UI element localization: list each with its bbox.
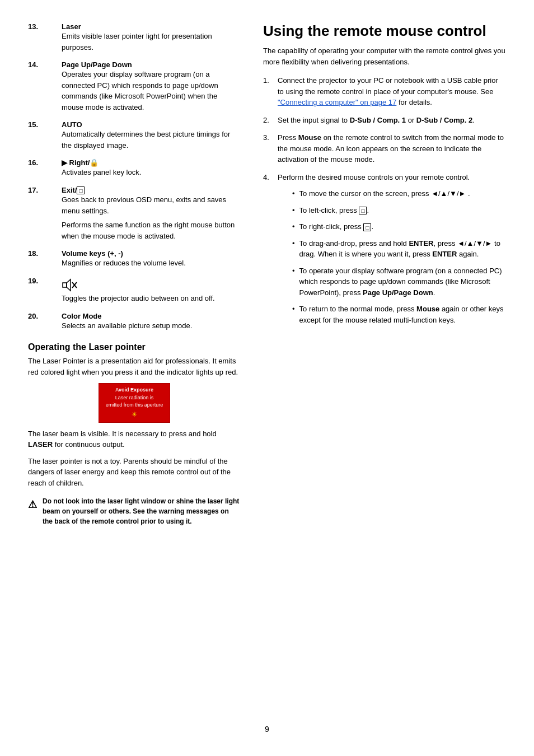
laser-warning-line3: emitted from this aperture	[106, 402, 163, 409]
item-number: 15.	[28, 120, 62, 129]
page: 13. Laser Emits visible laser pointer li…	[0, 0, 534, 756]
page-number: 9	[28, 719, 506, 734]
laser-star-icon: ✳	[132, 410, 137, 418]
item-number: 16.	[28, 158, 62, 167]
list-item: 4. Perform the desired mouse controls on…	[263, 172, 506, 332]
step-text: Perform the desired mouse controls on yo…	[278, 172, 506, 183]
item-number: 18.	[28, 249, 62, 258]
left-column: 13. Laser Emits visible laser pointer li…	[28, 22, 241, 708]
step-number: 2.	[263, 115, 273, 126]
right-click-icon: □	[363, 223, 371, 231]
list-item: 19. Toggles the projec	[28, 277, 241, 304]
item-number: 19.	[28, 277, 62, 285]
laser-body-3: The laser pointer is not a toy. Parents …	[28, 456, 241, 489]
bullet-list: To move the cursor on the screen, press …	[292, 188, 506, 325]
item-desc: Selects an available picture setup mode.	[62, 320, 241, 332]
item-title: Page Up/Page Down	[62, 60, 241, 69]
step-text: Connect the projector to your PC or note…	[278, 75, 506, 108]
item-desc: Magnifies or reduces the volume level.	[62, 258, 241, 269]
item-title: Volume keys (+, -)	[62, 249, 241, 258]
list-item: 3. Press Mouse on the remote control to …	[263, 132, 506, 165]
item-desc: Operates your display software program (…	[62, 69, 241, 113]
list-item: 18. Volume keys (+, -) Magnifies or redu…	[28, 249, 241, 269]
step-number: 3.	[263, 132, 273, 165]
list-item: To left-click, press □.	[292, 205, 506, 216]
list-item: To move the cursor on the screen, press …	[292, 188, 506, 199]
item-desc: Activates panel key lock.	[62, 167, 241, 178]
item-title	[62, 277, 241, 293]
list-item: 16. ▶ Right/🔒 Activates panel key lock.	[28, 158, 241, 178]
list-item: To right-click, press □.	[292, 221, 506, 232]
warning-triangle-icon: ⚠	[28, 497, 37, 512]
bullet-text: To left-click, press □.	[299, 205, 369, 216]
connecting-link[interactable]: "Connecting a computer" on page 17	[278, 98, 396, 106]
list-item: 1. Connect the projector to your PC or n…	[263, 75, 506, 108]
item-desc: Toggles the projector audio between on a…	[62, 293, 241, 304]
step-number: 4.	[263, 172, 273, 332]
bullet-text: To return to the normal mode, press Mous…	[299, 304, 506, 325]
laser-notice: ⚠ Do not look into the laser light windo…	[28, 496, 241, 526]
item-title: ▶ Right/🔒	[62, 158, 241, 167]
item-number: 17.	[28, 186, 62, 194]
item-number: 13.	[28, 22, 62, 31]
right-column: Using the remote mouse control The capab…	[263, 22, 506, 708]
laser-body-2: The laser beam is visible. It is necessa…	[28, 428, 241, 450]
list-item: 2. Set the input signal to D-Sub / Comp.…	[263, 115, 506, 126]
list-item: 14. Page Up/Page Down Operates your disp…	[28, 60, 241, 113]
item-title: Exit/□	[62, 186, 241, 195]
bullet-text: To move the cursor on the screen, press …	[299, 188, 470, 199]
step-number: 1.	[263, 75, 273, 108]
right-section-heading: Using the remote mouse control	[263, 22, 506, 40]
step-text: Set the input signal to D-Sub / Comp. 1 …	[278, 115, 475, 126]
bullet-text: To drag-and-drop, press and hold ENTER, …	[299, 238, 506, 260]
svg-rect-0	[63, 283, 67, 287]
list-item: To return to the normal mode, press Mous…	[292, 304, 506, 325]
item-number: 20.	[28, 312, 62, 320]
list-item: 13. Laser Emits visible laser pointer li…	[28, 22, 241, 53]
list-item: 17. Exit/□ Goes back to previous OSD men…	[28, 186, 241, 242]
laser-warning-container: Avoid Exposure Laser radiation is emitte…	[28, 383, 241, 423]
item-desc-2: Performs the same function as the right …	[62, 220, 241, 241]
item-title: Color Mode	[62, 312, 241, 320]
exit-icon: □	[77, 186, 85, 194]
list-item: To operate your display software program…	[292, 265, 506, 298]
laser-body-1: The Laser Pointer is a presentation aid …	[28, 356, 241, 377]
list-item: 20. Color Mode Selects an available pict…	[28, 312, 241, 332]
bullet-text: To right-click, press □.	[299, 221, 374, 232]
step-text: Press Mouse on the remote control to swi…	[278, 132, 506, 165]
laser-notice-text: Do not look into the laser light window …	[43, 496, 241, 526]
step-content: Perform the desired mouse controls on yo…	[278, 172, 506, 332]
item-desc-1: Goes back to previous OSD menu, exits an…	[62, 194, 241, 216]
main-columns: 13. Laser Emits visible laser pointer li…	[28, 22, 506, 708]
svg-marker-1	[67, 279, 71, 291]
list-item: 15. AUTO Automatically determines the be…	[28, 120, 241, 151]
laser-section-heading: Operating the Laser pointer	[28, 342, 241, 352]
lock-icon: 🔒	[90, 158, 99, 167]
list-item: To drag-and-drop, press and hold ENTER, …	[292, 238, 506, 260]
item-desc: Emits visible laser pointer light for pr…	[62, 31, 241, 53]
bullet-text: To operate your display software program…	[299, 265, 506, 298]
left-click-icon: □	[359, 207, 367, 214]
mute-icon	[62, 277, 77, 292]
steps-list: 1. Connect the projector to your PC or n…	[263, 75, 506, 331]
laser-warning-line2: Laser radiation is	[106, 394, 163, 402]
item-desc: Automatically determines the best pictur…	[62, 129, 241, 151]
item-title: AUTO	[62, 120, 241, 129]
laser-warning-box: Avoid Exposure Laser radiation is emitte…	[99, 383, 171, 423]
laser-warning-line1: Avoid Exposure	[106, 386, 163, 394]
item-title: Laser	[62, 22, 241, 31]
item-number: 14.	[28, 60, 62, 69]
right-section-intro: The capability of operating your compute…	[263, 45, 506, 67]
